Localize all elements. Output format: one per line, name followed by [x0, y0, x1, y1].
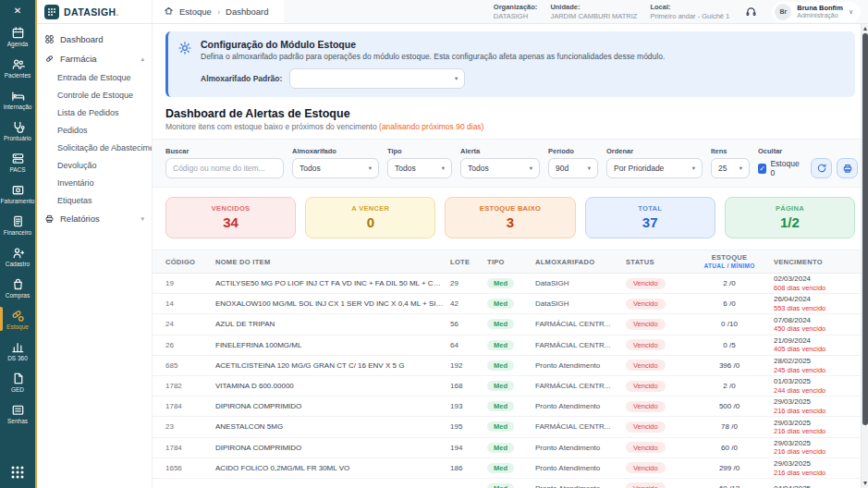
almoxarifado-padrao-select[interactable]: ▾ [289, 68, 465, 89]
cell-tipo: Med [487, 483, 530, 488]
sidebar-subitem[interactable]: Inventário [37, 174, 152, 191]
cell-tipo: Med [487, 443, 530, 453]
sidebar-subitem[interactable]: Solicitação de Abastecimento [37, 139, 152, 156]
rail-item-label: Agenda [7, 41, 28, 47]
sidebar-subitem[interactable]: Lista de Pedidos [37, 104, 152, 121]
periodo-select[interactable]: 90d▾ [548, 158, 598, 178]
sidebar-item-farmacia[interactable]: Farmácia ▴ [37, 49, 152, 68]
breadcrumb-section[interactable]: Estoque [179, 6, 212, 17]
table-row[interactable]: 685ACETILCISTEINA 120 MG/G GRAN CT C/ 16… [153, 356, 868, 376]
sidebar-item-relatorios[interactable]: Relatórios ▾ [37, 209, 152, 228]
cell-codigo: 24 [165, 320, 210, 328]
table-row[interactable]: 1784DIPIRONA COMPRIMIDO194MedPronto Aten… [153, 438, 868, 458]
scroll-down-icon[interactable] [862, 480, 868, 487]
search-input[interactable] [165, 158, 284, 178]
icon-rail: ✕ AgendaPacientesInternaçãoProntuárioPAC… [0, 0, 37, 488]
table-row[interactable]: 1782VITAMINA D 600.00000168MedFARMÁCIAL … [153, 376, 868, 396]
col-codigo: CÓDIGO [165, 258, 210, 266]
alerta-label: Alerta [460, 147, 540, 155]
rail-item-agenda[interactable]: Agenda [0, 20, 35, 52]
cell-estoque: 78 /0 [691, 422, 768, 431]
card-label: A VENCER [310, 204, 431, 213]
rail-item-estoque[interactable]: Estoque [0, 303, 35, 335]
cell-almoxarifado: FARMÁCIAL CENTR... [535, 320, 620, 328]
rail-item-prontuario[interactable]: Prontuário [0, 115, 35, 146]
cell-status: Vencido [626, 462, 685, 473]
rail-item-cadastro[interactable]: Cadastro [0, 240, 35, 272]
itens-select[interactable]: 25▾ [711, 158, 750, 178]
window-scrollbar[interactable] [861, 24, 868, 488]
rail-item-senhas[interactable]: Senhas [0, 397, 35, 429]
cell-estoque: 2 /0 [691, 279, 768, 287]
rail-item-pacs[interactable]: PACS [0, 146, 35, 177]
periodo-label: Período [548, 147, 598, 155]
cell-lote: 56 [450, 320, 482, 328]
almoxarifado-select[interactable]: Todos▾ [292, 158, 379, 178]
cell-lote: 42 [450, 299, 482, 308]
cell-vencimento: 28/02/2025245 dias vencido [774, 357, 855, 374]
sidebar-subitem[interactable]: Entrada de Estoque [37, 68, 152, 86]
sidebar-item-dashboard[interactable]: Dashboard [37, 30, 152, 49]
sidebar-subitem[interactable]: Etiquetas [37, 191, 152, 209]
user-plus-icon [11, 246, 25, 260]
stethoscope-icon [11, 120, 25, 134]
summary-card-total: TOTAL37 [585, 197, 715, 238]
ordenar-select[interactable]: Por Prioridade▾ [606, 158, 703, 178]
table-row[interactable]: 23ANESTALCON 5MG195MedFARMÁCIAL CENTR...… [153, 417, 868, 437]
user-menu[interactable]: Br Bruna Bonfim Administração ∨ [772, 2, 861, 22]
filter-buscar: Buscar [165, 147, 284, 178]
cell-lote: 195 [450, 422, 482, 431]
table-row[interactable]: 24AZUL DE TRIPAN56MedFARMÁCIAL CENTR...V… [153, 314, 868, 335]
cell-nome: ACIDO FOLICO 0,2MG/ML FR 30ML VO [215, 464, 445, 472]
cell-status: Vencido [626, 442, 685, 453]
chevron-down-icon: ▾ [530, 165, 532, 172]
sidebar-item-label: Relatórios [60, 214, 100, 224]
config-card: Configuração do Módulo Estoque Defina o … [165, 31, 855, 97]
scrollbar-thumb[interactable] [862, 33, 868, 425]
rail-item-internacao[interactable]: Internação [0, 83, 35, 115]
table-row[interactable]: 1784DIPIRONA COMPRIMIDO193MedPronto Aten… [153, 396, 868, 417]
tipo-select[interactable]: Todos▾ [387, 158, 452, 178]
rail-item-ds360[interactable]: DS 360 [0, 335, 35, 366]
home-icon[interactable] [164, 6, 174, 18]
document-icon [11, 214, 25, 228]
rail-item-faturamento[interactable]: Faturamento [0, 177, 35, 209]
rail-item-financeiro[interactable]: Financeiro [0, 209, 35, 240]
filters-bar: Buscar Almoxarifado Todos▾ Tipo Todos▾ [153, 139, 868, 188]
scroll-up-icon[interactable] [862, 25, 868, 32]
sidebar-subitem[interactable]: Devolução [37, 156, 152, 174]
rail-item-compras[interactable]: Compras [0, 272, 35, 303]
summary-card-a_vencer: A VENCER0 [305, 197, 435, 238]
support-headset-icon[interactable] [742, 4, 759, 20]
close-sidebar-button[interactable]: ✕ [14, 0, 21, 20]
cell-lote: 194 [450, 444, 482, 452]
estoque-zero-checkbox[interactable]: ✓ [758, 164, 766, 174]
alerta-select[interactable]: Todos▾ [460, 158, 540, 178]
status-badge: Vencido [626, 421, 666, 433]
ticket-icon [11, 403, 25, 417]
table-row[interactable]: 19ACTILYSE50 MG PO LIOF INJ CT FA VD INC… [153, 274, 868, 294]
unidade-label: Unidade: [550, 3, 637, 11]
print-button[interactable] [837, 158, 858, 178]
filter-ocultar: Ocultar ✓ Estoque 0 [758, 147, 801, 178]
table-row[interactable]: MedPronto AtendimentoVencido60 /1204/04/… [153, 479, 868, 488]
card-value: 37 [590, 214, 711, 230]
rail-item-ged[interactable]: GED [0, 366, 35, 397]
sidebar-subitem[interactable]: Controle de Estoque [37, 86, 152, 104]
card-label: VENCIDOS [170, 204, 291, 213]
table-row[interactable]: 14ENOXALOW100 MG/ML SOL INJ CX 1 SER VD … [153, 294, 868, 314]
sidebar: Dashboard Farmácia ▴ Entrada de EstoqueC… [37, 24, 153, 488]
pill-icon [44, 54, 55, 64]
rail-item-pacientes[interactable]: Pacientes [0, 52, 35, 83]
cell-codigo: 1784 [165, 402, 210, 410]
sidebar-subitem[interactable]: Pedidos [37, 121, 152, 139]
table-header: CÓDIGO NOME DO ITEM LOTE TIPO ALMOXARIFA… [153, 250, 868, 274]
refresh-button[interactable] [811, 158, 832, 178]
table-row[interactable]: 26FINELEFRINA 100MG/ML64MedFARMÁCIAL CEN… [153, 336, 868, 356]
table-row[interactable]: 1656ACIDO FOLICO 0,2MG/ML FR 30ML VO186M… [153, 458, 868, 479]
cell-almoxarifado: FARMÁCIAL CENTR... [535, 341, 620, 349]
rail-item-label: Estoque [6, 323, 29, 330]
col-lote: LOTE [450, 258, 482, 266]
brand-name: DATASIGH. [64, 6, 119, 18]
cell-estoque: 60 /0 [691, 444, 768, 452]
